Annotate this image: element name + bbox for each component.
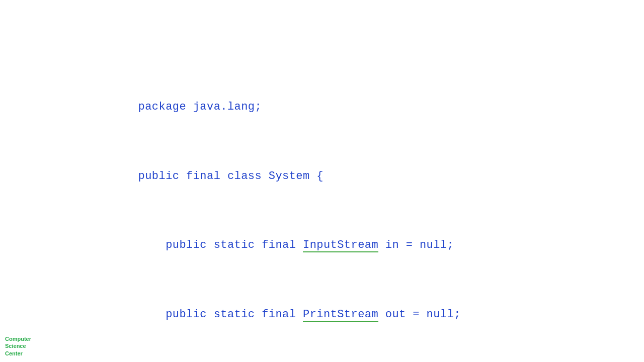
keyword-field-1: public static final	[138, 239, 296, 251]
printstream-out-link[interactable]: PrintStream	[303, 309, 378, 322]
field-2-rest: out = null;	[378, 308, 461, 321]
class-name: System {	[262, 170, 324, 183]
code-line-5: public static final PrintStream err = nu…	[111, 357, 461, 362]
code-line-1: package java.lang;	[111, 80, 461, 134]
code-line-3: public static final InputStream in = nul…	[111, 219, 461, 272]
keyword-public-class: public final class	[138, 170, 262, 183]
logo-line-2: Science	[5, 342, 31, 349]
code-line-2: public final class System {	[111, 150, 461, 203]
field-1-rest: in = null;	[378, 239, 454, 251]
code-block: package java.lang; public final class Sy…	[111, 80, 461, 362]
logo-line-1: Computer	[5, 335, 31, 342]
code-line-4: public static final PrintStream out = nu…	[111, 288, 461, 341]
keyword-field-2: public static final	[138, 308, 296, 321]
logo: Computer Science Center	[5, 335, 31, 357]
logo-line-3: Center	[5, 350, 31, 357]
inputstream-link[interactable]: InputStream	[303, 240, 378, 252]
keyword-package: package java.lang;	[138, 101, 262, 113]
